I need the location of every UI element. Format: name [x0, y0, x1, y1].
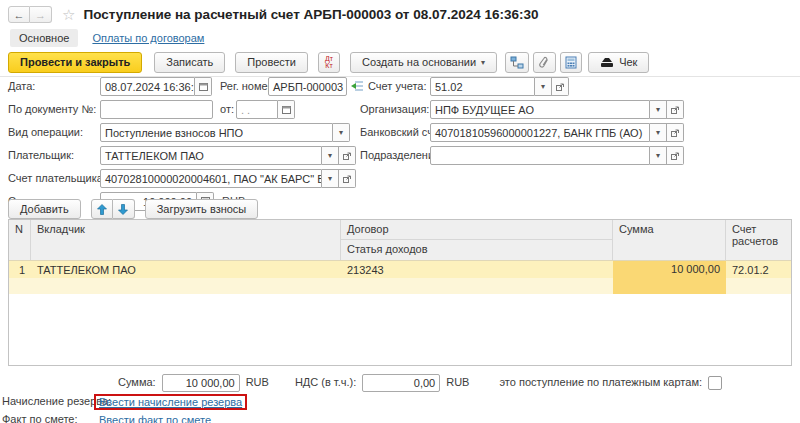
card-payment-label: это поступление по платежным картам:	[499, 373, 702, 392]
payer-account-input[interactable]: 40702810000020004601, ПАО "АК БАРС" БАНК	[100, 169, 322, 188]
from-date-input[interactable]: . .	[236, 100, 278, 119]
operation-type-field-group: Поступление взносов НПО ▾	[100, 123, 350, 142]
vat-input[interactable]: 0,00	[362, 374, 440, 392]
col-header-contract-group[interactable]: Договор Статья доходов	[341, 220, 613, 260]
payer-input[interactable]: ТАТТЕЛЕКОМ ПАО	[100, 146, 322, 165]
chevron-down-icon[interactable]: ▾	[333, 123, 350, 142]
operation-type-select[interactable]: Поступление взносов НПО	[100, 123, 333, 142]
organization-value: НПФ БУДУЩЕЕ АО	[435, 104, 534, 116]
table-row[interactable]: 1 ТАТТЕЛЕКОМ ПАО 213243 10 000,00 72.01.…	[9, 260, 791, 294]
row-amount-value: 10 000,00	[671, 263, 720, 275]
move-row-up-button[interactable]	[91, 199, 113, 219]
favorite-star-icon[interactable]: ☆	[62, 7, 75, 22]
organization-input[interactable]: НПФ БУДУЩЕЕ АО	[430, 100, 650, 119]
chevron-down-icon[interactable]: ▾	[535, 77, 552, 96]
enter-reserve-accrual-link[interactable]: Ввести начисление резерва	[99, 396, 242, 408]
department-input[interactable]	[430, 146, 650, 165]
cell-amount-selected[interactable]: 10 000,00	[613, 261, 726, 294]
accounting-account-input[interactable]: 51.02	[430, 77, 535, 96]
forward-icon[interactable]: →	[30, 6, 52, 23]
investor-value: ТАТТЕЛЕКОМ ПАО	[37, 264, 136, 276]
arrow-down-icon	[118, 204, 128, 215]
date-input[interactable]: 08.07.2024 16:36:30	[100, 77, 195, 96]
fact-row: Факт по смете: Ввести факт по смете	[2, 410, 211, 423]
post-and-close-button[interactable]: Провести и закрыть	[8, 52, 142, 73]
open-link-icon[interactable]	[339, 169, 356, 188]
cell-investor[interactable]: ТАТТЕЛЕКОМ ПАО	[31, 261, 341, 294]
back-icon[interactable]: ←	[8, 6, 30, 23]
post-button[interactable]: Провести	[235, 52, 308, 73]
reg-number-input[interactable]: АРБП-000003	[268, 77, 347, 96]
check-button[interactable]: Чек	[588, 52, 649, 73]
open-link-icon[interactable]	[667, 100, 684, 119]
contributions-table: N Вкладчик Договор Статья доходов Сумма …	[8, 219, 792, 366]
arrow-up-icon	[97, 204, 107, 215]
reg-number-value: АРБП-000003	[273, 81, 343, 93]
col-header-n[interactable]: N	[9, 220, 31, 260]
calculator-icon	[565, 56, 577, 69]
contract-value: 213243	[347, 264, 384, 276]
enter-estimate-fact-link[interactable]: Ввести факт по смете	[99, 414, 211, 423]
fact-label: Факт по смете:	[2, 410, 94, 423]
chevron-down-icon[interactable]: ▾	[650, 123, 667, 142]
accounting-account-label: Счет учета:	[368, 77, 426, 96]
chevron-down-icon: ▾	[481, 58, 485, 67]
show-in-list-icon[interactable]	[351, 80, 364, 92]
payer-field-group: ТАТТЕЛЕКОМ ПАО ▾	[100, 146, 356, 165]
calendar-icon[interactable]	[278, 100, 295, 119]
attachments-button[interactable]	[533, 52, 556, 73]
open-link-icon[interactable]	[552, 77, 569, 96]
payer-value: ТАТТЕЛЕКОМ ПАО	[105, 150, 204, 162]
totals-amount-input[interactable]: 10 000,00	[162, 374, 240, 392]
totals-currency: RUB	[246, 373, 269, 392]
open-link-icon[interactable]	[667, 123, 684, 142]
load-contributions-button[interactable]: Загрузить взносы	[145, 199, 259, 219]
payer-account-field-group: 40702810000020004601, ПАО "АК БАРС" БАНК…	[100, 169, 356, 188]
move-row-down-button[interactable]	[113, 199, 135, 219]
bank-account-value: 40701810596000001227, БАНК ГПБ (АО)	[435, 127, 642, 139]
date-label: Дата:	[8, 77, 35, 96]
card-payment-checkbox[interactable]	[708, 376, 722, 390]
accounting-account-value: 51.02	[435, 81, 463, 93]
organization-label: Организация:	[360, 100, 429, 119]
totals-bar: Сумма: 10 000,00 RUB НДС (в т.ч.): 0,00 …	[0, 373, 722, 392]
write-button[interactable]: Записать	[154, 52, 225, 73]
from-date-value: . .	[241, 104, 250, 116]
create-based-on-button[interactable]: Создать на основании ▾	[350, 52, 497, 73]
col-header-amount[interactable]: Сумма	[613, 220, 726, 260]
row-number: 1	[19, 264, 25, 276]
toolbar: Провести и закрыть Записать Провести Дт …	[0, 50, 800, 74]
chevron-down-icon[interactable]: ▾	[322, 169, 339, 188]
chevron-down-icon[interactable]: ▾	[650, 146, 667, 165]
cell-contract[interactable]: 213243	[341, 261, 613, 294]
cell-settlement-account[interactable]: 72.01.2	[726, 261, 791, 294]
chevron-down-icon[interactable]: ▾	[322, 146, 339, 165]
subordination-structure-button[interactable]	[505, 52, 529, 73]
paperclip-icon	[538, 56, 551, 69]
by-document-label: По документу №:	[8, 100, 96, 119]
tab-main[interactable]: Основное	[10, 29, 78, 47]
calendar-icon[interactable]	[195, 77, 212, 96]
payer-account-label: Счет плательщика:	[8, 169, 106, 188]
col-header-income-item[interactable]: Статья доходов	[341, 240, 612, 260]
chevron-down-icon[interactable]: ▾	[650, 100, 667, 119]
totals-amount-label: Сумма:	[118, 373, 156, 392]
open-link-icon[interactable]	[667, 146, 684, 165]
col-header-investor[interactable]: Вкладчик	[31, 220, 341, 260]
payer-label: Плательщик:	[8, 146, 74, 165]
cell-n[interactable]: 1	[9, 261, 31, 294]
add-row-button[interactable]: Добавить	[8, 199, 81, 219]
accounting-account-field-group: 51.02 ▾	[430, 77, 569, 96]
header: ← → ☆ Поступление на расчетный счет АРБП…	[8, 6, 539, 23]
vat-label: НДС (в т.ч.):	[295, 373, 356, 392]
by-document-input[interactable]	[100, 100, 213, 119]
calculator-button[interactable]	[560, 52, 582, 73]
vat-currency: RUB	[446, 373, 469, 392]
open-link-icon[interactable]	[339, 146, 356, 165]
col-header-settlement-account[interactable]: Счет расчетов	[726, 220, 791, 260]
tab-payments-by-contracts[interactable]: Оплаты по договорам	[92, 32, 204, 44]
col-header-contract[interactable]: Договор	[341, 220, 612, 240]
dtkt-postings-button[interactable]: Дт Кт	[318, 52, 340, 73]
document-window: ← → ☆ Поступление на расчетный счет АРБП…	[0, 0, 800, 423]
bank-account-input[interactable]: 40701810596000001227, БАНК ГПБ (АО)	[430, 123, 650, 142]
